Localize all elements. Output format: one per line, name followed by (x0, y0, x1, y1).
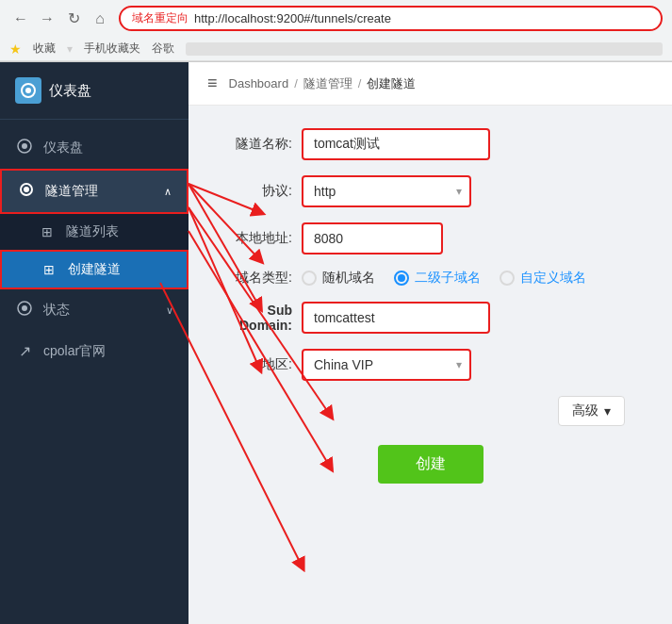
create-row: 创建 (217, 445, 644, 484)
tunnel-name-input[interactable] (302, 128, 490, 160)
breadcrumb-dashboard: Dashboard (229, 76, 289, 90)
sidebar-item-cpolar-label: cpolar官网 (43, 343, 106, 360)
protocol-label: 协议: (217, 183, 302, 200)
sidebar-item-cpolar[interactable]: ↗ cpolar官网 (0, 331, 188, 371)
back-button[interactable]: ← (9, 8, 32, 30)
form-row-region: 地区: China VIP China USA ▾ (217, 349, 644, 381)
radio-random-domain[interactable]: 随机域名 (302, 270, 375, 287)
sidebar-logo: 仪表盘 (0, 62, 188, 120)
home-button[interactable]: ⌂ (89, 8, 111, 30)
nav-buttons: ← → ↻ ⌂ (9, 8, 111, 30)
region-select-wrapper: China VIP China USA ▾ (302, 349, 471, 381)
form-row-tunnel-name: 隧道名称: (217, 128, 644, 160)
tunnel-arrow-icon: ∧ (164, 186, 172, 198)
tunnel-name-label: 隧道名称: (217, 136, 302, 153)
address-bar[interactable]: 域名重定向 http://localhost:9200#/tunnels/cre… (119, 6, 663, 31)
advanced-arrow-icon: ▾ (604, 403, 611, 419)
sidebar-item-dashboard-label: 仪表盘 (43, 140, 83, 156)
bookmark-mobile[interactable]: 手机收藏夹 (84, 41, 140, 57)
advanced-label: 高级 (572, 402, 598, 419)
dashboard-icon (15, 139, 34, 157)
breadcrumb-current: 创建隧道 (367, 75, 416, 92)
sidebar: 仪表盘 仪表盘 隧道管理 (0, 62, 188, 624)
create-tunnel-icon: ⊞ (40, 262, 58, 277)
browser-toolbar: ← → ↻ ⌂ 域名重定向 http://localhost:9200#/tun… (0, 0, 672, 37)
sidebar-item-status[interactable]: 状态 ∨ (0, 289, 188, 331)
svg-point-3 (22, 143, 27, 149)
address-text: http://localhost:9200#/tunnels/create (194, 11, 391, 25)
domain-type-radio-group: 随机域名 二级子域名 自定义域名 (302, 270, 586, 287)
sidebar-subitem-create-label: 创建隧道 (68, 261, 121, 278)
radio-second-level[interactable]: 二级子域名 (394, 270, 481, 287)
status-arrow-icon: ∨ (166, 304, 173, 317)
sidebar-item-tunnel-label: 隧道管理 (45, 183, 98, 200)
bookmarks-bar: ★ 收藏 ▾ 手机收藏夹 谷歌 (0, 37, 672, 61)
sidebar-item-tunnel-mgmt[interactable]: 隧道管理 ∧ (0, 169, 188, 214)
form-container: 隧道名称: 协议: http https tcp udp ▾ (188, 106, 672, 506)
main-header: ≡ Dashboard / 隧道管理 / 创建隧道 (188, 62, 672, 106)
sidebar-menu: 仪表盘 隧道管理 ∧ ⊞ 隧道列表 ⊞ (0, 120, 188, 624)
advanced-button[interactable]: 高级 ▾ (558, 396, 625, 426)
svg-point-5 (22, 305, 27, 311)
subdomain-label: Sub Domain: (217, 303, 302, 333)
bookmark-star-icon: ★ (9, 41, 22, 57)
domain-type-label: 域名类型: (217, 270, 302, 287)
region-select[interactable]: China VIP China USA (302, 349, 471, 381)
radio-custom-circle (500, 271, 515, 286)
header-menu-icon[interactable]: ≡ (207, 74, 218, 93)
region-label: 地区: (217, 356, 302, 373)
tunnel-mgmt-icon (17, 182, 36, 201)
radio-second-label: 二级子域名 (415, 270, 481, 287)
protocol-select[interactable]: http https tcp udp (302, 175, 471, 207)
local-addr-input[interactable] (302, 222, 443, 255)
create-button[interactable]: 创建 (378, 445, 484, 484)
browser-chrome: ← → ↻ ⌂ 域名重定向 http://localhost:9200#/tun… (0, 0, 672, 62)
breadcrumb-sep1: / (294, 76, 298, 90)
breadcrumb-tunnel-mgmt: 隧道管理 (303, 75, 352, 92)
main-content: ≡ Dashboard / 隧道管理 / 创建隧道 隧道名称: 协议: (188, 62, 672, 624)
bookmarks-label[interactable]: 收藏 (33, 41, 56, 57)
local-addr-label: 本地地址: (217, 230, 302, 247)
form-row-subdomain: Sub Domain: (217, 302, 644, 334)
breadcrumb-sep2: / (358, 76, 362, 90)
app-container: 仪表盘 仪表盘 隧道管理 (0, 62, 672, 624)
radio-random-circle (302, 271, 317, 286)
protocol-select-wrapper: http https tcp udp ▾ (302, 175, 471, 207)
sidebar-subitem-create-tunnel[interactable]: ⊞ 创建隧道 (0, 250, 188, 289)
bookmark-google[interactable]: 谷歌 (152, 41, 174, 57)
svg-point-1 (25, 88, 31, 93)
radio-custom-domain[interactable]: 自定义域名 (500, 270, 586, 287)
refresh-button[interactable]: ↻ (62, 8, 85, 30)
logo-text: 仪表盘 (49, 82, 91, 100)
form-row-local-addr: 本地地址: (217, 222, 644, 255)
sidebar-subitem-tunnel-list[interactable]: ⊞ 隧道列表 (0, 214, 188, 250)
radio-second-circle (394, 271, 409, 286)
sidebar-submenu: ⊞ 隧道列表 ⊞ 创建隧道 (0, 214, 188, 289)
tunnel-list-icon: ⊞ (38, 224, 57, 239)
advanced-row: 高级 ▾ (217, 396, 644, 426)
radio-random-label: 随机域名 (322, 270, 375, 287)
breadcrumb: Dashboard / 隧道管理 / 创建隧道 (229, 75, 417, 92)
sidebar-item-status-label: 状态 (43, 302, 70, 319)
subdomain-input[interactable] (302, 302, 490, 334)
forward-button[interactable]: → (36, 8, 58, 30)
sidebar-item-dashboard[interactable]: 仪表盘 (0, 127, 188, 169)
radio-custom-label: 自定义域名 (520, 270, 586, 287)
logo-icon (15, 77, 41, 104)
redirect-label: 域名重定向 (132, 10, 188, 26)
status-icon (15, 301, 34, 320)
form-outer: 隧道名称: 协议: http https tcp udp ▾ (188, 106, 672, 506)
sidebar-subitem-tunnel-list-label: 隧道列表 (66, 223, 119, 240)
form-row-protocol: 协议: http https tcp udp ▾ (217, 175, 644, 207)
form-row-domain-type: 域名类型: 随机域名 二级子域名 自定义域名 (217, 270, 644, 287)
cpolar-icon: ↗ (15, 342, 34, 360)
